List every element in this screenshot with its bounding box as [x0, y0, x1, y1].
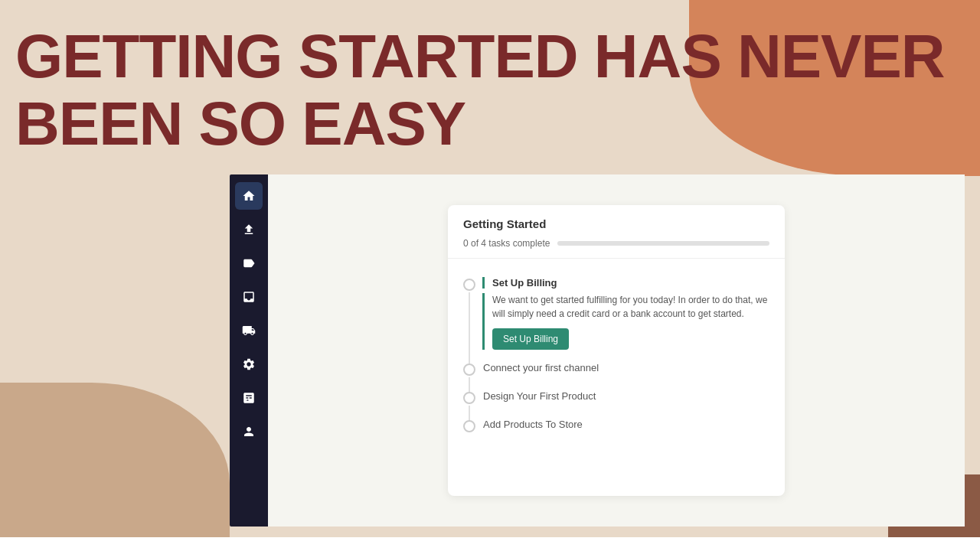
task-title-billing: Set Up Billing [482, 277, 769, 289]
task-expanded-billing: We want to get started fulfilling for yo… [482, 293, 769, 350]
content-area: Getting Started 0 of 4 tasks complete Se… [268, 174, 965, 527]
progress-label: 0 of 4 tasks complete [463, 238, 550, 249]
task-desc-billing: We want to get started fulfilling for yo… [492, 293, 769, 321]
card-title: Getting Started [463, 217, 769, 230]
task-item-billing: Set Up Billing We want to get started fu… [463, 271, 769, 356]
card-header: Getting Started 0 of 4 tasks complete [448, 205, 785, 259]
upload-icon [242, 223, 256, 236]
analytics-icon [242, 391, 256, 405]
delivery-icon [242, 324, 256, 337]
task-item-channel: Connect your first channel [463, 356, 769, 384]
bg-decoration-bottom-left [0, 383, 230, 551]
inbox-icon [242, 290, 256, 304]
sidebar-item-home[interactable] [235, 182, 263, 210]
getting-started-card: Getting Started 0 of 4 tasks complete Se… [448, 205, 785, 496]
task-title-product: Design Your First Product [483, 390, 769, 402]
contacts-icon [242, 425, 256, 439]
sidebar-item-delivery[interactable] [235, 317, 263, 344]
sidebar-item-analytics[interactable] [235, 384, 263, 412]
task-content-product: Design Your First Product [483, 390, 769, 406]
task-circle-channel [463, 364, 475, 376]
sidebar-item-tags[interactable] [235, 249, 263, 277]
home-icon [242, 189, 256, 203]
card-body: Set Up Billing We want to get started fu… [448, 259, 785, 459]
sidebar-item-settings[interactable] [235, 350, 263, 378]
task-content-channel: Connect your first channel [483, 362, 769, 378]
bottom-bar [0, 537, 980, 551]
setup-billing-button[interactable]: Set Up Billing [492, 328, 569, 350]
task-circle-product [463, 392, 475, 404]
main-heading: GETTING STARTED HAS NEVER BEEN SO EASY [15, 23, 945, 158]
task-title-channel: Connect your first channel [483, 362, 769, 373]
sidebar-item-inbox[interactable] [235, 283, 263, 311]
task-circle-store [463, 420, 475, 432]
progress-bar-container [557, 241, 769, 246]
heading-line1: GETTING STARTED HAS NEVER [15, 23, 945, 90]
task-item-product: Design Your First Product [463, 384, 769, 412]
heading-line2: BEEN SO EASY [15, 90, 945, 158]
sidebar-item-contacts[interactable] [235, 418, 263, 445]
sidebar-item-upload[interactable] [235, 216, 263, 243]
task-circle-billing [463, 279, 475, 291]
task-title-store: Add Products To Store [483, 419, 769, 430]
tag-icon [242, 256, 256, 270]
task-content-billing: Set Up Billing We want to get started fu… [483, 277, 769, 350]
task-item-store: Add Products To Store [463, 412, 769, 441]
settings-icon [242, 357, 256, 371]
sidebar [230, 174, 268, 527]
progress-row: 0 of 4 tasks complete [463, 238, 769, 249]
task-content-store: Add Products To Store [483, 419, 769, 435]
